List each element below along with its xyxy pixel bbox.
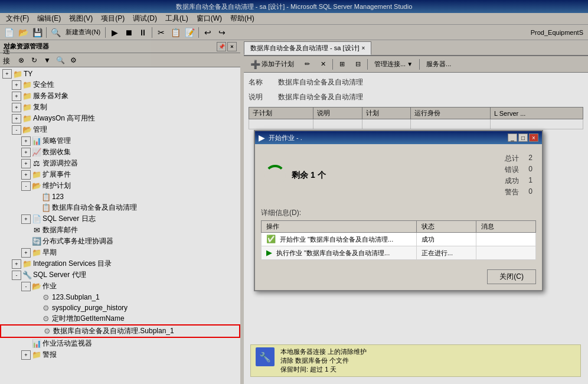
warning-label: 警告 (505, 187, 519, 197)
modal-minimize-btn[interactable]: _ (508, 134, 517, 142)
detail-label: 详细信息(D): (261, 208, 536, 218)
success-value: 1 (528, 176, 533, 186)
total-value: 2 (528, 154, 533, 164)
modal-body: 剩余 1 个 总计 2 错误 0 成功 1 警告 0 详细信息(D): 操作 状… (255, 144, 542, 266)
modal-title-buttons: _ □ × (508, 134, 538, 142)
status-counts: 总计 2 错误 0 成功 1 警告 0 (505, 154, 533, 197)
op-1: ✅ 开始作业 "数据库自动全备及自动清理... (262, 233, 417, 246)
col-status: 状态 (416, 221, 476, 233)
status-1: 成功 (416, 233, 476, 246)
error-value: 0 (528, 165, 533, 175)
status-main: 剩余 1 个 (292, 170, 326, 181)
message-2 (476, 246, 535, 260)
op-text-2: 执行作业 "数据库自动全备及自动清理... (276, 249, 390, 256)
detail-table: 操作 状态 消息 ✅ 开始作业 "数据库自动全备及自动清理... 成功 ▶ (261, 220, 536, 260)
modal-close-btn[interactable]: × (529, 134, 538, 142)
modal-status: 剩余 1 个 总计 2 错误 0 成功 1 警告 0 (261, 150, 536, 201)
col-operation: 操作 (262, 221, 417, 233)
detail-row-2: ▶ 执行作业 "数据库自动全备及自动清理... 正在进行... (262, 246, 536, 260)
remaining-text: 剩余 1 个 (292, 170, 326, 181)
warning-value: 0 (528, 187, 533, 197)
op-2: ▶ 执行作业 "数据库自动全备及自动清理... (262, 246, 417, 260)
success-label: 成功 (505, 176, 519, 186)
modal-title: 开始作业 - . (269, 134, 302, 142)
col-message: 消息 (476, 221, 535, 233)
status-2: 正在进行... (416, 246, 476, 260)
modal-close-button[interactable]: 关闭(C) (487, 269, 536, 284)
total-label: 总计 (505, 154, 519, 164)
modal-titlebar: ▶ 开始作业 - . _ □ × (255, 131, 542, 144)
detail-row-1: ✅ 开始作业 "数据库自动全备及自动清理... 成功 (262, 233, 536, 246)
spinner-icon (264, 165, 286, 186)
error-label: 错误 (505, 165, 519, 175)
running-icon-2: ▶ (266, 248, 272, 257)
message-1 (476, 233, 535, 246)
op-text-1: 开始作业 "数据库自动全备及自动清理... (280, 236, 393, 243)
modal-icon: ▶ (259, 133, 265, 142)
success-icon-1: ✅ (266, 235, 276, 243)
modal-maximize-btn[interactable]: □ (518, 134, 528, 142)
modal-footer: 关闭(C) (255, 266, 542, 290)
modal-dialog: ▶ 开始作业 - . _ □ × 剩余 1 个 总计 2 错误 0 成功 1 警… (254, 130, 543, 291)
